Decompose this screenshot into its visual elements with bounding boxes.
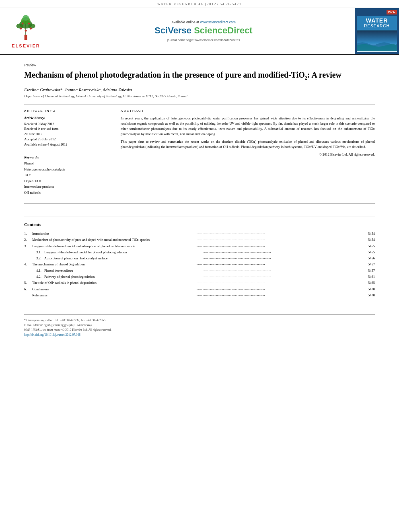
email-line: E-mail address: egrab@chem.pg.gda.pl (E.… [24,323,375,328]
doi-link[interactable]: http://dx.doi.org/10.1016/j.watres.2012.… [24,333,80,337]
svg-point-4 [23,15,29,21]
contents-page: 5465 [361,280,375,286]
elsevier-tree-icon [12,14,40,42]
main-content: Review Mechanism of phenol photodegradat… [0,55,399,345]
contents-dots: ········································… [203,274,360,280]
contents-title: Contents [24,222,375,227]
contents-page: 5470 [361,286,375,292]
contents-label: Langmuir–Hinshelwood model for phenol ph… [44,249,202,255]
journal-homepage: journal homepage: www.elsevier.com/locat… [167,38,240,42]
contents-dots: ········································… [197,292,360,298]
contents-num: 5. [24,280,32,286]
contents-item: 4.2. Pathway of phenol photodegradation … [24,274,375,280]
contents-label: Langmuir–Hinshelwood model and adsorptio… [32,243,195,249]
sciverse-direct: ScienceDirect [194,25,253,35]
journal-bar-text: WATER RESEARCH 46 (2012) 5453–5471 [157,2,242,6]
affiliation: Department of Chemical Technology, Gdans… [24,94,375,98]
contents-num: 4.1. [36,268,44,274]
water-research-logo: IWA WATER RESEARCH [355,8,399,54]
svg-rect-0 [24,35,27,40]
contents-num: 3. [24,243,32,249]
divider-2 [24,203,375,204]
article-info-col: ARTICLE INFO Article history: Received 9… [24,109,109,195]
keyword-item: Heterogeneous photocatalysis [24,166,109,172]
contents-num: 3.1. [36,249,44,255]
authors: Ewelina Grabowska*, Joanna Reszczyńska, … [24,87,375,92]
abstract-text: In recent years, the application of hete… [121,116,375,150]
contents-dots: ········································… [197,286,360,292]
contents-section: Contents 1. Introduction ···············… [24,216,375,298]
section-label: Review [24,63,375,67]
contents-label: The mechanism of phenol degradation [32,261,195,267]
water-research-title-block: WATER RESEARCH [357,16,397,30]
received-date: Received 9 May 2012 [24,121,109,127]
contents-label: References [32,292,195,298]
abstract-header: ABSTRACT [121,109,375,113]
svg-point-11 [28,23,29,24]
sciencedirect-link[interactable]: www.sciencedirect.com [200,20,235,24]
contents-item: 3.2. Adsorption of phenol on photocataly… [24,255,375,261]
accepted-date: Accepted 25 July 2012 [24,137,109,142]
divider-keywords [24,151,109,151]
article-title: Mechanism of phenol photodegradation in … [24,70,375,82]
keyword-item: Phenol [24,160,109,166]
contents-dots: ········································… [197,237,360,243]
contents-label: The role of OH• radicals in phenol degra… [32,280,195,286]
keyword-item: TiO₂ [24,172,109,178]
contents-label: Pathway of phenol photodegradation [44,274,202,280]
available-online-text: Available online at www.sciencedirect.co… [171,20,236,24]
contents-item: 3.1. Langmuir–Hinshelwood model for phen… [24,249,375,255]
water-waves-icon [357,30,397,52]
keywords-list: PhenolHeterogeneous photocatalysisTiO₂Do… [24,160,109,195]
contents-page: 5454 [361,231,375,237]
water-research-image [357,30,397,52]
footer: * Corresponding author. Tel.: +48 583472… [24,314,375,337]
contents-label: Phenol intermediates [44,268,202,274]
abstract-paragraph-2: This paper aims to review and summarize … [121,139,375,150]
sciverse-sci: SciVerse [154,25,194,35]
contents-page: 5454 [361,237,375,243]
contents-item: 4. The mechanism of phenol degradation ·… [24,261,375,267]
svg-point-7 [20,27,22,29]
contents-page: 5457 [361,268,375,274]
elsevier-wordmark: ELSEVIER [12,43,40,48]
contents-item: References ·····························… [24,292,375,298]
contents-label: Adsorption of phenol on photocatalyst su… [44,255,202,261]
article-history-label: Article history: [24,116,109,120]
received-revised-label: Received in revised form [24,126,109,131]
contents-num: 4. [24,261,32,267]
contents-item: 5. The role of OH• radicals in phenol de… [24,280,375,286]
contents-label: Mechanism of photoactivity of pure and d… [32,237,195,243]
contents-dots: ········································… [197,231,360,237]
header-area: ELSEVIER Available online at www.science… [0,8,399,55]
abstract-paragraph-1: In recent years, the application of hete… [121,116,375,137]
header-center: Available online at www.sciencedirect.co… [52,8,355,54]
journal-bar: WATER RESEARCH 46 (2012) 5453–5471 [0,0,399,8]
contents-list: 1. Introduction ························… [24,231,375,298]
keyword-item: Doped-TiO₂ [24,178,109,184]
contents-page: 5455 [361,243,375,249]
contents-dots: ········································… [197,261,360,267]
footnote-star: * Corresponding author. Tel.: +48 583472… [24,318,375,323]
divider-1 [24,105,375,105]
doi-line: http://dx.doi.org/10.1016/j.watres.2012.… [24,333,375,337]
elsevier-logo: ELSEVIER [0,8,52,54]
contents-label: Introduction [32,231,195,237]
iwa-badge: IWA [387,10,397,14]
contents-dots: ········································… [203,268,360,274]
keywords-label: Keywords: [24,155,109,159]
sciverse-title: SciVerse ScienceDirect [154,25,252,36]
contents-num: 3.2. [36,255,44,261]
water-label: WATER [358,17,396,24]
contents-num: 1. [24,231,32,237]
contents-item: 3. Langmuir–Hinshelwood model and adsorp… [24,243,375,249]
available-online-date: Available online 4 August 2012 [24,142,109,147]
contents-dots: ········································… [197,280,360,286]
contents-num: 6. [24,286,32,292]
svg-point-9 [25,29,27,31]
contents-page: 5456 [361,255,375,261]
article-info-abstract: ARTICLE INFO Article history: Received 9… [24,109,375,195]
contents-num: 2. [24,237,32,243]
article-info-header: ARTICLE INFO [24,109,109,113]
abstract-col: ABSTRACT In recent years, the applicatio… [121,109,375,195]
